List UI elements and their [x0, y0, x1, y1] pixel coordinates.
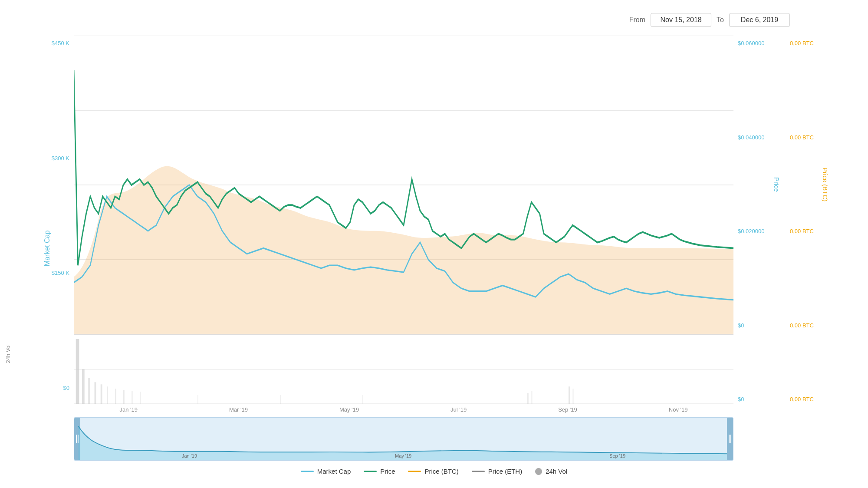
- price-tick-006: $0,060000: [738, 40, 764, 46]
- svg-rect-20: [362, 395, 363, 404]
- x-label-jan: Jan '19: [119, 406, 138, 413]
- x-label-sep: Sep '19: [558, 406, 577, 413]
- overview-chart[interactable]: Jan '19 May '19 Sep '19: [74, 417, 733, 461]
- btc-tick-1: 0,00 BTC: [790, 40, 814, 46]
- legend-label-24h-vol: 24h Vol: [546, 468, 567, 475]
- chart-container: From Nov 15, 2018 To Dec 6, 2019 Market …: [0, 0, 868, 488]
- legend-price-eth: Price (ETH): [472, 468, 522, 475]
- volume-chart-svg: [74, 335, 733, 404]
- volume-price-tick: $0: [738, 396, 744, 402]
- svg-rect-24: [573, 389, 574, 404]
- volume-left-label: 24h Vol: [5, 344, 11, 363]
- svg-rect-9: [82, 369, 85, 404]
- svg-rect-10: [88, 378, 90, 404]
- legend-market-cap: Market Cap: [301, 468, 351, 475]
- legend-dot-24h-vol: [535, 468, 542, 475]
- svg-rect-15: [123, 390, 125, 404]
- legend-line-price: [364, 471, 377, 472]
- legend-line-market-cap: [301, 471, 314, 472]
- price-axis-label: Price: [773, 177, 780, 192]
- svg-rect-18: [197, 395, 198, 404]
- price-chart-svg: [74, 36, 733, 334]
- legend-label-price: Price: [380, 468, 395, 475]
- y-tick-300k: $300 K: [52, 155, 69, 162]
- overview-jan: Jan '19: [182, 453, 197, 458]
- svg-rect-13: [107, 386, 108, 404]
- btc-tick-2: 0,00 BTC: [790, 134, 814, 141]
- volume-chart-area: [74, 334, 733, 404]
- legend-24h-vol: 24h Vol: [535, 468, 567, 475]
- svg-rect-19: [280, 395, 281, 404]
- x-axis-labels: Jan '19 Mar '19 May '19 Jul '19 Sep '19 …: [74, 404, 733, 415]
- legend-line-price-eth: [472, 471, 485, 472]
- overview-handle-right[interactable]: [727, 418, 733, 460]
- market-cap-axis-label: Market Cap: [43, 230, 51, 266]
- x-label-mar: Mar '19: [229, 406, 248, 413]
- overview-sep: Sep '19: [609, 453, 625, 458]
- legend-label-price-btc: Price (BTC): [424, 468, 458, 475]
- legend-line-price-btc: [408, 471, 421, 472]
- legend-price-btc: Price (BTC): [408, 468, 458, 475]
- x-label-jul: Jul '19: [450, 406, 467, 413]
- svg-rect-16: [132, 391, 133, 404]
- date-range-bar: From Nov 15, 2018 To Dec 6, 2019: [26, 13, 842, 27]
- overview-may: May '19: [395, 453, 411, 458]
- svg-rect-12: [101, 384, 102, 404]
- price-tick-002: $0,020000: [738, 228, 764, 234]
- to-date-input[interactable]: Dec 6, 2019: [729, 13, 790, 27]
- from-date-input[interactable]: Nov 15, 2018: [651, 13, 711, 27]
- svg-rect-22: [532, 391, 533, 404]
- svg-rect-17: [140, 392, 141, 404]
- price-chart-area: [74, 36, 733, 334]
- legend-price: Price: [364, 468, 395, 475]
- price-btc-axis-label: Price (BTC): [821, 167, 829, 201]
- legend-label-price-eth: Price (ETH): [488, 468, 522, 475]
- price-tick-004: $0,040000: [738, 134, 764, 141]
- y-tick-450k: $450 K: [52, 40, 69, 46]
- overview-x-labels: Jan '19 May '19 Sep '19: [74, 453, 733, 458]
- volume-btc-tick: 0,00 BTC: [790, 396, 814, 402]
- svg-rect-8: [76, 339, 79, 404]
- to-label: To: [717, 16, 724, 24]
- svg-rect-11: [95, 382, 96, 404]
- btc-tick-4: 0,00 BTC: [790, 322, 814, 329]
- x-label-may: May '19: [339, 406, 359, 413]
- svg-rect-14: [115, 389, 116, 404]
- svg-rect-21: [527, 393, 529, 404]
- legend: Market Cap Price Price (BTC) Price (ETH)…: [26, 461, 842, 475]
- y-tick-0-left: $0: [63, 385, 69, 461]
- legend-label-market-cap: Market Cap: [317, 468, 351, 475]
- x-label-nov: Nov '19: [669, 406, 688, 413]
- from-label: From: [629, 16, 645, 24]
- btc-tick-3: 0,00 BTC: [790, 228, 814, 234]
- y-tick-150k: $150 K: [52, 270, 69, 276]
- svg-rect-23: [569, 386, 570, 404]
- price-tick-0: $0: [738, 322, 744, 329]
